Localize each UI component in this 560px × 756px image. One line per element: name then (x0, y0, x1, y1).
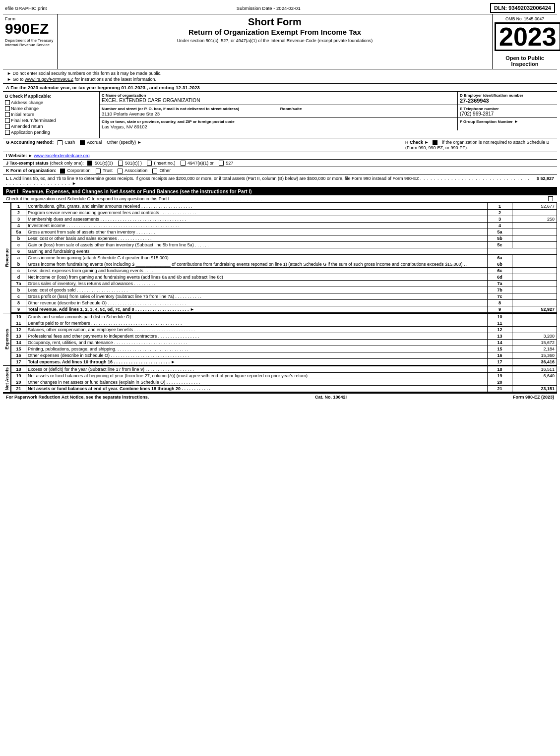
k-row: K Form of organization: ✓ Corporation Tr… (3, 167, 557, 175)
table-row: 14Occupancy, rent, utilities, and mainte… (11, 339, 557, 346)
revenue-section: Revenue 1Contributions, gifts, grants, a… (3, 203, 557, 313)
check-application-pending: Application pending (5, 130, 97, 135)
line-number: c (11, 293, 26, 299)
line-amount: 15,672 (512, 339, 557, 346)
check-final-return: Final return/terminated (5, 118, 97, 123)
g-label: G Accounting Method: (6, 140, 54, 145)
line-description: Professional fees and other payments to … (26, 333, 488, 339)
line-number: 1 (11, 203, 26, 209)
instruction-line1: ► Do not enter social security numbers o… (7, 71, 553, 76)
accrual-checkbox[interactable]: ✓ (80, 140, 85, 145)
line-description: Gain or (loss) from sale of assets other… (26, 241, 488, 248)
association-checkbox[interactable] (118, 169, 123, 174)
line-description: Gross profit or (loss) from sales of inv… (26, 293, 488, 299)
other-form-checkbox[interactable] (152, 169, 157, 174)
other-label: Other (specify) ► (107, 140, 141, 145)
l-row: L L Add lines 5b, 6c, and 7b to line 9 t… (3, 175, 557, 188)
org-address-row: Number and street (or P. O. box, if mail… (100, 105, 557, 118)
line-amount: 250 (512, 216, 557, 222)
corporation-checkbox[interactable]: ✓ (60, 169, 65, 174)
table-row: 6Gaming and fundraising events (11, 248, 557, 254)
insert-checkbox[interactable] (147, 161, 152, 166)
line-amount: 52,677 (512, 203, 557, 209)
form-number: 990EZ (5, 21, 55, 36)
table-row: cLess: direct expenses from gaming and f… (11, 267, 557, 274)
line-description: Gaming and fundraising events (26, 248, 488, 254)
h-checkbox[interactable]: ✓ (433, 140, 437, 145)
accounting-row: G Accounting Method: Cash ✓ Accrual Othe… (3, 138, 557, 152)
line-ref: 14 (488, 339, 512, 346)
cash-checkbox[interactable] (58, 140, 62, 145)
check-line-checkbox[interactable] (548, 196, 553, 201)
check-address-change: Address change (5, 100, 97, 105)
net-assets-table: 18Excess or (deficit) for the year (Subt… (11, 366, 557, 392)
expenses-side-bar: Expenses (3, 313, 11, 365)
org-details-block: C Name of organization EXCEL EXTENDED CA… (100, 92, 557, 138)
table-row: 11Benefits paid to or for members . . . … (11, 320, 557, 326)
527-checkbox[interactable] (219, 161, 224, 166)
submission-date: Submission Date - 2024-02-01 (237, 5, 301, 11)
net-assets-label: Net Assets (3, 366, 10, 391)
ein-label: D Employer identification number (460, 93, 523, 98)
address-change-checkbox[interactable] (5, 100, 10, 105)
net-assets-side-bar: Net Assets (3, 366, 11, 392)
address-change-label: Address change (11, 100, 43, 105)
line-amount: 23,151 (512, 385, 557, 392)
irs-url[interactable]: www.irs.gov/Form990EZ (25, 77, 73, 82)
501c3-checkbox[interactable]: ✓ (87, 161, 92, 166)
line-description: Total expenses. Add lines 10 through 16 … (26, 358, 488, 365)
line-ref: 13 (488, 333, 512, 339)
table-row: 17Total expenses. Add lines 10 through 1… (11, 358, 557, 365)
line-ref: 5c (488, 241, 512, 248)
omb-label: OMB No. 1545-0047 (495, 16, 555, 21)
tax-exempt-note: (check only one): (50, 161, 84, 166)
final-return-checkbox[interactable] (5, 118, 10, 123)
top-bar: efile GRAPHIC print Submission Date - 20… (3, 2, 557, 14)
line-ref: 7c (488, 293, 512, 299)
line-number: 5a (11, 229, 26, 235)
line-amount: 52,927 (512, 306, 557, 312)
line-amount (512, 320, 557, 326)
line-ref: 5a (488, 229, 512, 235)
line-number: 16 (11, 352, 26, 358)
line-ref: 4 (488, 222, 512, 229)
line-number: 18 (11, 366, 26, 372)
line-ref: 10 (488, 313, 512, 320)
table-row: 8Other revenue (describe in Schedule O) … (11, 299, 557, 306)
website-url[interactable]: www.excelextendedcare.org (34, 153, 90, 158)
line-amount (512, 209, 557, 216)
ein-field: D Employer identification number 27-2369… (458, 92, 557, 105)
501c-label: 501(c)( ) (125, 161, 142, 166)
line-number: 3 (11, 216, 26, 222)
table-row: 12Salaries, other compensation, and empl… (11, 326, 557, 333)
501c-checkbox[interactable] (118, 161, 123, 166)
org-name-label: C Name of organization (102, 93, 146, 98)
amended-return-checkbox[interactable] (5, 124, 10, 129)
page: efile GRAPHIC print Submission Date - 20… (0, 0, 560, 403)
trust-label: Trust (103, 168, 113, 173)
check-applicable-label: B Check if applicable: (5, 94, 97, 99)
trust-checkbox[interactable] (96, 169, 101, 174)
4947a1-checkbox[interactable] (181, 161, 186, 166)
line-description: Contributions, gifts, grants, and simila… (26, 203, 488, 209)
line-amount (512, 261, 557, 267)
line-number: 7a (11, 280, 26, 287)
table-row: 1Contributions, gifts, grants, and simil… (11, 203, 557, 209)
check-line-text: Check if the organization used Schedule … (6, 196, 262, 201)
table-row: bGross income from fundraising events (n… (11, 261, 557, 267)
org-name-field: C Name of organization EXCEL EXTENDED CA… (100, 92, 458, 105)
phone-label: E Telephone number (460, 107, 499, 111)
org-address-field: Number and street (or P. O. box, if mail… (100, 105, 458, 117)
line-number: d (11, 274, 26, 280)
name-change-checkbox[interactable] (5, 106, 10, 111)
application-pending-checkbox[interactable] (5, 130, 10, 135)
line-description: Investment income . . . . . . . . . . . … (26, 222, 488, 229)
application-pending-label: Application pending (11, 130, 50, 135)
line-amount: 6,640 (512, 372, 557, 379)
line-amount (512, 299, 557, 306)
footer-right: Form 990-EZ (2023) (513, 395, 554, 400)
dln-label: DLN: 93492032006424 (494, 5, 551, 11)
line-amount: 16,511 (512, 366, 557, 372)
phone-field: E Telephone number (702) 969-2817 (458, 105, 557, 117)
initial-return-checkbox[interactable] (5, 112, 10, 117)
